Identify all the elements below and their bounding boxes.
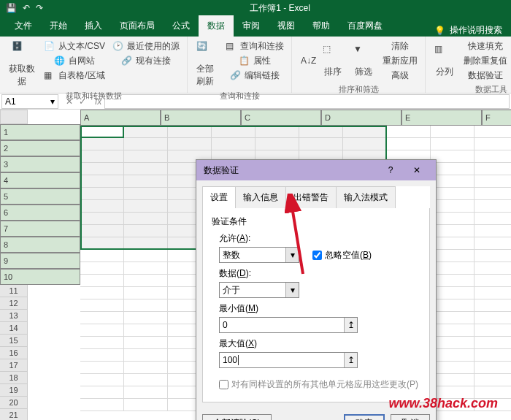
from-table-button[interactable]: ▦自表格/区域 (42, 69, 107, 83)
refresh-all-button[interactable]: 🔄 全部刷新 (193, 39, 220, 89)
cell[interactable] (431, 225, 474, 237)
cell[interactable] (80, 299, 124, 312)
cell[interactable] (124, 237, 168, 250)
cell[interactable] (256, 138, 299, 150)
tab-file[interactable]: 文件 (6, 15, 41, 37)
row-header[interactable]: 6 (0, 205, 80, 221)
cell[interactable] (474, 175, 511, 188)
cell[interactable] (474, 237, 511, 250)
cell[interactable] (124, 337, 168, 349)
cell[interactable] (299, 126, 343, 138)
dialog-help-button[interactable]: ? (379, 162, 402, 178)
row-header[interactable]: 2 (0, 140, 80, 156)
select-all-corner[interactable] (0, 110, 28, 124)
cell[interactable] (80, 324, 124, 337)
cell[interactable] (168, 126, 212, 138)
cell[interactable] (431, 213, 474, 225)
cell[interactable] (124, 213, 168, 225)
cell[interactable] (474, 250, 511, 262)
cell[interactable] (431, 188, 474, 200)
col-header[interactable]: E (402, 110, 482, 126)
cell[interactable] (431, 287, 474, 299)
cell[interactable] (124, 225, 168, 237)
queries-button[interactable]: ▤查询和连接 (224, 39, 285, 53)
row-header[interactable]: 11 (0, 285, 28, 297)
cell[interactable] (124, 399, 168, 411)
cell[interactable] (474, 324, 511, 337)
existing-conn-button[interactable]: 🔗现有连接 (111, 54, 181, 68)
from-text-csv-button[interactable]: 📄从文本/CSV (42, 39, 107, 53)
cell[interactable] (431, 299, 474, 312)
tab-help[interactable]: 帮助 (304, 15, 339, 37)
edit-links-button[interactable]: 🔗编辑链接 (224, 69, 285, 83)
col-header[interactable]: D (321, 110, 402, 126)
row-header[interactable]: 8 (0, 237, 80, 253)
cell[interactable] (80, 163, 124, 175)
cell[interactable] (124, 150, 168, 163)
get-data-button[interactable]: 🗄️ 获取数 据 (6, 39, 38, 89)
cell[interactable] (431, 150, 474, 163)
cell[interactable] (474, 362, 511, 374)
row-header[interactable]: 4 (0, 172, 80, 188)
clear-filter-button[interactable]: 清除 (381, 39, 419, 53)
cell[interactable] (474, 150, 511, 163)
cell[interactable] (124, 324, 168, 337)
cell[interactable] (431, 237, 474, 250)
sort-az-button[interactable]: A↓Z (298, 39, 315, 83)
advanced-button[interactable]: 高级 (381, 69, 419, 83)
cell[interactable] (299, 138, 343, 150)
cancel-button[interactable]: 取消 (391, 414, 430, 420)
cell[interactable] (80, 386, 124, 399)
cell[interactable] (80, 250, 124, 262)
properties-button[interactable]: 📋属性 (224, 54, 285, 68)
cell[interactable] (80, 237, 124, 250)
tab-formulas[interactable]: 公式 (164, 15, 199, 37)
col-header[interactable]: F (482, 110, 511, 126)
tab-insert[interactable]: 插入 (76, 15, 111, 37)
cell[interactable] (431, 175, 474, 188)
row-header[interactable]: 14 (0, 322, 28, 335)
cell[interactable] (124, 138, 168, 150)
cell[interactable] (387, 138, 431, 150)
tab-view[interactable]: 视图 (269, 15, 304, 37)
cell[interactable] (431, 200, 474, 213)
cell[interactable] (474, 374, 511, 386)
row-header[interactable]: 7 (0, 221, 80, 237)
ignore-blank-checkbox[interactable]: 忽略空值(B) (312, 249, 372, 261)
cell[interactable] (474, 299, 511, 312)
cell[interactable] (124, 275, 168, 287)
cell[interactable] (343, 126, 387, 138)
cell[interactable] (168, 138, 212, 150)
cell[interactable] (124, 163, 168, 175)
cell[interactable] (431, 324, 474, 337)
cell[interactable] (124, 374, 168, 386)
ok-button[interactable]: 确定 (344, 414, 385, 420)
cell[interactable] (387, 126, 431, 138)
apply-others-checkbox[interactable]: 对有同样设置的所有其他单元格应用这些更改(P) (219, 378, 418, 391)
cell[interactable] (474, 262, 511, 275)
min-input[interactable]: 0↥ (219, 317, 358, 333)
dialog-tab-input-message[interactable]: 输入信息 (235, 186, 286, 208)
cell[interactable] (80, 275, 124, 287)
cell[interactable] (474, 200, 511, 213)
cell[interactable] (124, 287, 168, 299)
cell[interactable] (124, 386, 168, 399)
cell[interactable] (431, 163, 474, 175)
allow-select[interactable]: 整数▾ (219, 247, 299, 263)
cell[interactable] (431, 349, 474, 362)
cell[interactable] (124, 349, 168, 362)
cell[interactable] (124, 262, 168, 275)
from-web-button[interactable]: 🌐自网站 (42, 54, 107, 68)
cell[interactable] (212, 138, 256, 150)
data-select[interactable]: 介于▾ (219, 282, 299, 298)
cell[interactable] (80, 126, 124, 138)
cell[interactable] (474, 126, 511, 138)
col-header[interactable]: A (80, 110, 161, 126)
row-header[interactable]: 12 (0, 297, 28, 310)
cell[interactable] (431, 126, 474, 138)
row-header[interactable]: 1 (0, 124, 80, 140)
cell[interactable] (474, 138, 511, 150)
cell[interactable] (256, 126, 299, 138)
reapply-button[interactable]: 重新应用 (381, 54, 419, 68)
cell[interactable] (124, 175, 168, 188)
